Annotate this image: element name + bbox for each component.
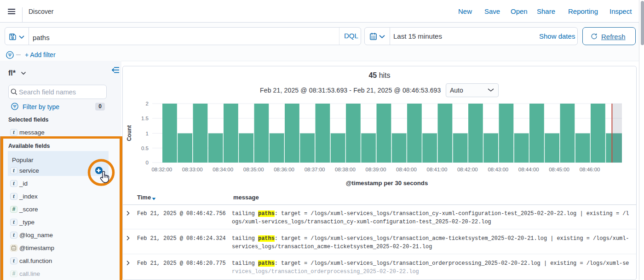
svg-text:08:40:00: 08:40:00 bbox=[396, 167, 417, 172]
svg-text:08:42:00: 08:42:00 bbox=[457, 167, 478, 172]
svg-text:0: 0 bbox=[146, 160, 149, 165]
svg-text:08:38:00: 08:38:00 bbox=[335, 167, 356, 172]
svg-text:0.5: 0.5 bbox=[141, 146, 149, 151]
svg-text:@timestamp per 30 seconds: @timestamp per 30 seconds bbox=[346, 180, 428, 187]
svg-text:08:41:00: 08:41:00 bbox=[427, 167, 448, 172]
svg-text:08:45:00: 08:45:00 bbox=[549, 167, 569, 172]
svg-text:08:43:00: 08:43:00 bbox=[488, 167, 508, 172]
svg-text:08:44:00: 08:44:00 bbox=[518, 167, 539, 172]
svg-text:1.5: 1.5 bbox=[141, 116, 149, 121]
svg-text:Count: Count bbox=[126, 125, 132, 141]
svg-text:08:34:00: 08:34:00 bbox=[213, 167, 233, 172]
svg-text:08:36:00: 08:36:00 bbox=[274, 167, 294, 172]
svg-text:08:39:00: 08:39:00 bbox=[366, 167, 386, 172]
svg-text:08:35:00: 08:35:00 bbox=[243, 167, 264, 172]
svg-text:2: 2 bbox=[146, 101, 149, 106]
svg-text:1: 1 bbox=[146, 131, 149, 136]
svg-text:08:32:00: 08:32:00 bbox=[151, 167, 172, 172]
svg-text:08:33:00: 08:33:00 bbox=[182, 167, 203, 172]
svg-text:08:37:00: 08:37:00 bbox=[305, 167, 325, 172]
svg-text:08:46:00: 08:46:00 bbox=[580, 167, 600, 172]
